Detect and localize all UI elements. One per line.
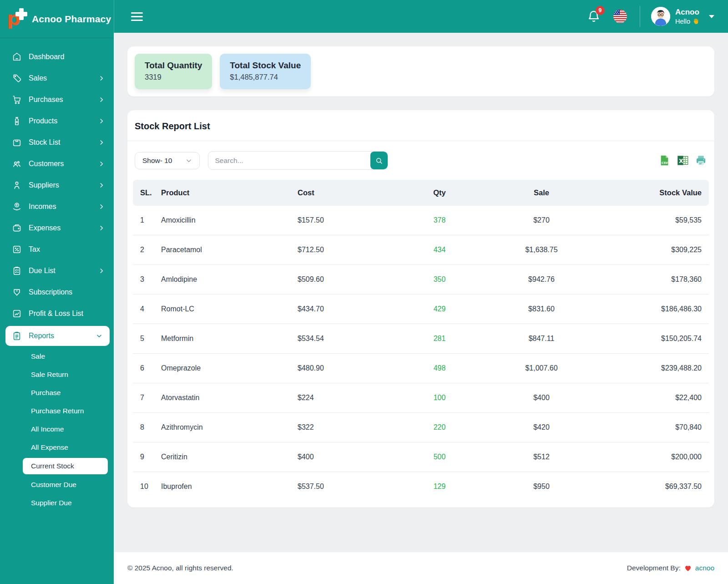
developer-credit: Development By: acnoo xyxy=(627,564,714,572)
chevron-right-icon xyxy=(98,75,105,81)
percent-icon xyxy=(12,244,22,254)
cell-qty: 498 xyxy=(392,354,487,383)
developer-prefix: Development By: xyxy=(627,564,681,572)
sidebar-item-stock-list[interactable]: Stock List xyxy=(0,133,114,152)
hamburger-menu-button[interactable] xyxy=(129,10,145,23)
cell-sale: $831.60 xyxy=(487,295,596,324)
tag-icon xyxy=(12,73,22,83)
cell-stock-value: $70,840 xyxy=(596,413,709,442)
sidebar-item-expenses[interactable]: Expenses xyxy=(0,219,114,237)
cell-sale: $1,638.75 xyxy=(487,235,596,265)
sidebar-subitem-all-income[interactable]: All Income xyxy=(0,420,114,438)
chevron-right-icon xyxy=(98,161,105,167)
summary-card: Total Quantity 3319 Total Stock Value $1… xyxy=(127,46,714,96)
sidebar-item-customers[interactable]: Customers xyxy=(0,155,114,173)
sidebar-item-products[interactable]: Products xyxy=(0,112,114,130)
chevron-down-icon xyxy=(96,333,102,339)
topbar-actions: 9 xyxy=(587,6,714,27)
stock-report-card: Stock Report List Show- 10 xyxy=(127,110,714,508)
cell-stock-value: $178,360 xyxy=(596,265,709,295)
shieldtag-icon xyxy=(12,287,22,297)
sidebar-subitem-current-stock[interactable]: Current Stock xyxy=(23,458,108,474)
avatar xyxy=(651,7,670,26)
column-header-cost: Cost xyxy=(293,180,392,206)
sidebar-item-label: Products xyxy=(29,117,57,125)
sidebar-item-label: Stock List xyxy=(29,138,60,147)
sidebar-item-sales[interactable]: Sales xyxy=(0,69,114,87)
box-icon xyxy=(12,137,22,147)
cell-sale: $950 xyxy=(487,472,596,502)
us-flag-icon xyxy=(613,10,627,23)
cell-stock-value: $22,400 xyxy=(596,383,709,413)
main-content: Total Quantity 3319 Total Stock Value $1… xyxy=(114,33,728,584)
stock-report-table: SL. Product Cost Qty Sale Stock Value 1A… xyxy=(133,180,709,501)
cell-stock-value: $309,225 xyxy=(596,235,709,265)
table-row: 6Omeprazole$480.90498$1,007.60$239,488.2… xyxy=(133,354,709,383)
column-header-qty: Qty xyxy=(392,180,487,206)
chevron-right-icon xyxy=(98,268,105,274)
sidebar-item-tax[interactable]: Tax xyxy=(0,240,114,259)
sidebar-item-label: Reports xyxy=(29,332,54,340)
csv-export-icon[interactable]: CSV xyxy=(658,154,671,167)
table-controls: Show- 10 xyxy=(127,141,714,180)
language-flag-button[interactable] xyxy=(613,10,627,23)
sidebar-subitem-customer-due[interactable]: Customer Due xyxy=(0,476,114,494)
cell-product: Ceritizin xyxy=(157,442,293,472)
cell-cost: $509.60 xyxy=(293,265,392,295)
sidebar-item-label: Customers xyxy=(29,160,64,168)
notification-badge: 9 xyxy=(596,6,605,15)
sidebar-subitem-supplier-due[interactable]: Supplier Due xyxy=(0,494,114,512)
sidebar-item-label: Purchases xyxy=(29,96,63,104)
brand-logo-icon: p xyxy=(6,8,27,30)
sidebar-item-due-list[interactable]: Due List xyxy=(0,262,114,280)
sidebar-item-incomes[interactable]: Incomes xyxy=(0,198,114,216)
cell-qty: 129 xyxy=(392,472,487,502)
cell-product: Paracetamol xyxy=(157,235,293,265)
sidebar-subitem-all-expense[interactable]: All Expense xyxy=(0,438,114,457)
chevron-down-icon xyxy=(186,157,192,164)
sidebar-item-subscriptions[interactable]: Subscriptions xyxy=(0,283,114,301)
cell-stock-value: $59,535 xyxy=(596,206,709,235)
column-header-product: Product xyxy=(157,180,293,206)
footer: © 2025 Acnoo, all rights reserved. Devel… xyxy=(114,552,728,584)
user-text: Acnoo Hello xyxy=(675,7,699,26)
developer-link[interactable]: acnoo xyxy=(695,564,714,572)
print-icon[interactable] xyxy=(695,154,707,167)
cell-cost: $157.50 xyxy=(293,206,392,235)
chevron-right-icon xyxy=(98,118,105,124)
search-button[interactable] xyxy=(370,152,388,169)
person-icon xyxy=(12,180,22,190)
search-input[interactable] xyxy=(208,152,370,169)
total-quantity-value: 3319 xyxy=(145,73,202,81)
sidebar-subitem-sale-return[interactable]: Sale Return xyxy=(0,366,114,384)
show-entries-select[interactable]: Show- 10 xyxy=(135,152,200,169)
sidebar-item-purchases[interactable]: Purchases xyxy=(0,91,114,109)
cell-stock-value: $186,486.30 xyxy=(596,295,709,324)
sidebar-subitem-purchase[interactable]: Purchase xyxy=(0,384,114,402)
cell-cost: $537.50 xyxy=(293,472,392,502)
cell-sale: $420 xyxy=(487,413,596,442)
stock-report-title: Stock Report List xyxy=(127,110,714,141)
sidebar-item-suppliers[interactable]: Suppliers xyxy=(0,176,114,194)
user-menu[interactable]: Acnoo Hello xyxy=(651,7,714,26)
user-greeting: Hello xyxy=(675,17,699,26)
bottle-icon xyxy=(12,116,22,126)
excel-export-icon[interactable]: X xyxy=(677,154,689,167)
notifications-button[interactable]: 9 xyxy=(587,10,601,23)
brand[interactable]: p Acnoo Pharmacy xyxy=(0,0,114,38)
cell-cost: $224 xyxy=(293,383,392,413)
cell-cost: $400 xyxy=(293,442,392,472)
sidebar-item-label: Sales xyxy=(29,74,47,82)
cell-sl: 2 xyxy=(133,235,157,265)
sidebar-subitem-sale[interactable]: Sale xyxy=(0,347,114,366)
sidebar-item-dashboard[interactable]: Dashboard xyxy=(0,48,114,66)
sidebar-item-reports[interactable]: Reports xyxy=(5,326,110,346)
cart-icon xyxy=(12,95,22,105)
total-stock-value-title: Total Stock Value xyxy=(230,61,301,71)
sidebar-item-label: Dashboard xyxy=(29,53,64,61)
sidebar-item-profit-loss-list[interactable]: Profit & Loss List xyxy=(0,305,114,323)
sidebar-subitem-purchase-return[interactable]: Purchase Return xyxy=(0,402,114,420)
cell-cost: $322 xyxy=(293,413,392,442)
show-entries-label: Show- 10 xyxy=(142,157,172,165)
search-box xyxy=(208,151,388,170)
